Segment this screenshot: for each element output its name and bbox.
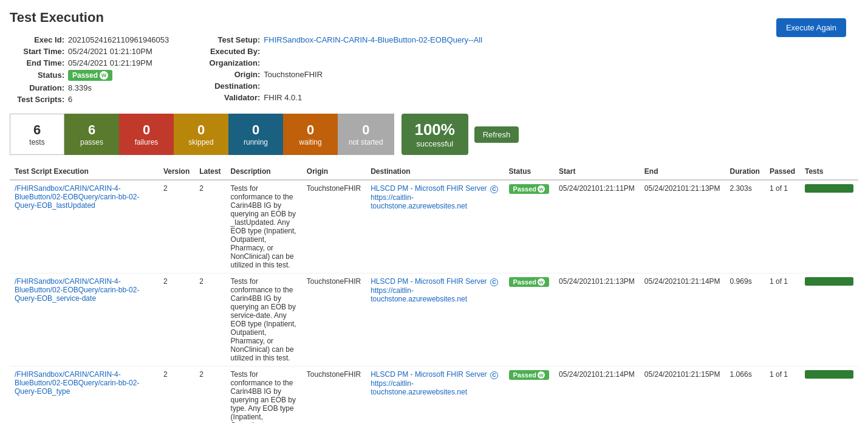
cell-description: Tests for conformance to the Carin4BB IG… — [226, 366, 302, 424]
progress-bar-container — [805, 184, 853, 193]
w-sm-badge: W — [538, 185, 545, 193]
cell-description: Tests for conformance to the Carin4BB IG… — [226, 273, 302, 366]
validator-value: FHIR 4.0.1 — [264, 93, 302, 102]
dest-link[interactable]: HLSCD PM - Microsoft FHIR Server — [371, 370, 487, 379]
col-end: End — [640, 163, 725, 180]
col-status: Status — [504, 163, 555, 180]
page-title: Test Execution — [10, 10, 858, 26]
passes-num: 6 — [88, 122, 95, 138]
col-start: Start — [554, 163, 640, 180]
table-row: /FHIRSandbox/CARIN/CARIN-4-BlueButton/02… — [10, 180, 858, 273]
organization-label: Organization: — [205, 58, 260, 67]
stat-passes: 6 passes — [64, 114, 119, 155]
passes-label: passes — [80, 138, 103, 146]
progress-bar-fill — [805, 277, 853, 286]
end-time-label: End Time: — [10, 58, 64, 67]
cell-script: /FHIRSandbox/CARIN/CARIN-4-BlueButton/02… — [10, 180, 159, 273]
dest-link[interactable]: HLSCD PM - Microsoft FHIR Server — [371, 184, 487, 193]
tests-label: tests — [29, 138, 44, 146]
cell-start: 05/24/202101:21:11PM — [554, 180, 640, 273]
script-link[interactable]: /FHIRSandbox/CARIN/CARIN-4-BlueButton/02… — [15, 184, 139, 210]
dest-url[interactable]: https://caitlin-touchstone.azurewebsites… — [371, 193, 467, 210]
cell-duration: 1.066s — [725, 366, 765, 424]
validator-label: Validator: — [205, 93, 260, 102]
cell-version: 2 — [159, 180, 194, 273]
test-setup-link[interactable]: FHIRSandbox-CARIN-CARIN-4-BlueButton-02-… — [264, 35, 482, 44]
cell-version: 2 — [159, 366, 194, 424]
failures-num: 0 — [143, 122, 150, 138]
cell-status: PassedW — [504, 180, 555, 273]
cell-tests-bar — [800, 180, 858, 273]
cell-latest: 2 — [194, 273, 225, 366]
cell-end: 05/24/202101:21:13PM — [640, 180, 725, 273]
stat-failures: 0 failures — [119, 114, 174, 155]
cell-status: PassedW — [504, 366, 555, 424]
cell-latest: 2 — [194, 180, 225, 273]
col-tests: Tests — [800, 163, 858, 180]
cell-passed: 1 of 1 — [765, 273, 800, 366]
w-sm-badge: W — [538, 371, 545, 379]
skipped-label: skipped — [188, 138, 213, 146]
stats-bar: 6 tests 6 passes 0 failures 0 skipped 0 … — [10, 114, 858, 155]
w-sm-badge: W — [538, 278, 545, 286]
results-table: Test Script Execution Version Latest Des… — [10, 163, 858, 423]
cell-passed: 1 of 1 — [765, 366, 800, 424]
destination-label: Destination: — [205, 81, 260, 91]
cell-status: PassedW — [504, 273, 555, 366]
stat-skipped: 0 skipped — [174, 114, 228, 155]
failures-label: failures — [135, 138, 159, 146]
col-version: Version — [159, 163, 194, 180]
execute-again-button[interactable]: Execute Again — [776, 18, 846, 37]
cell-origin: TouchstoneFHIR — [302, 273, 366, 366]
refresh-button[interactable]: Refresh — [474, 126, 519, 143]
notstarted-num: 0 — [362, 122, 369, 138]
script-link[interactable]: /FHIRSandbox/CARIN/CARIN-4-BlueButton/02… — [15, 277, 139, 303]
waiting-num: 0 — [307, 122, 314, 138]
table-row: /FHIRSandbox/CARIN/CARIN-4-BlueButton/02… — [10, 273, 858, 366]
header-meta: Exec Id: 20210524162110961946053 Start T… — [10, 35, 858, 104]
copyright-icon: C — [490, 371, 498, 379]
cell-end: 05/24/202101:21:15PM — [640, 366, 725, 424]
cell-end: 05/24/202101:21:14PM — [640, 273, 725, 366]
cell-destination: HLSCD PM - Microsoft FHIR Server C https… — [366, 366, 504, 424]
stat-waiting: 0 waiting — [283, 114, 338, 155]
success-pct: 100% — [414, 120, 455, 139]
progress-bar-container — [805, 370, 853, 379]
progress-bar-fill — [805, 184, 853, 193]
end-time-value: 05/24/2021 01:21:19PM — [68, 58, 152, 67]
notstarted-label: not started — [349, 138, 383, 146]
table-row: /FHIRSandbox/CARIN/CARIN-4-BlueButton/02… — [10, 366, 858, 424]
dest-url[interactable]: https://caitlin-touchstone.azurewebsites… — [371, 286, 467, 303]
cell-script: /FHIRSandbox/CARIN/CARIN-4-BlueButton/02… — [10, 366, 159, 424]
copyright-icon: C — [490, 278, 498, 286]
running-label: running — [244, 138, 268, 146]
cell-duration: 0.969s — [725, 273, 765, 366]
progress-bar-fill — [805, 370, 853, 379]
test-scripts-label: Test Scripts: — [10, 95, 64, 104]
col-latest: Latest — [194, 163, 225, 180]
passed-badge: PassedW — [509, 370, 550, 380]
dest-link[interactable]: HLSCD PM - Microsoft FHIR Server — [371, 277, 487, 286]
col-passed: Passed — [765, 163, 800, 180]
passed-badge: PassedW — [509, 277, 550, 287]
executed-by-label: Executed By: — [205, 47, 260, 56]
table-header-row: Test Script Execution Version Latest Des… — [10, 163, 858, 180]
waiting-label: waiting — [299, 138, 321, 146]
cell-start: 05/24/202101:21:13PM — [554, 273, 640, 366]
passed-badge: PassedW — [509, 184, 550, 194]
status-badge: Passed W — [68, 70, 112, 81]
duration-label: Duration: — [10, 83, 64, 92]
copyright-icon: C — [490, 185, 498, 193]
cell-origin: TouchstoneFHIR — [302, 180, 366, 273]
start-time-value: 05/24/2021 01:21:10PM — [68, 47, 152, 56]
exec-id-value: 20210524162110961946053 — [68, 35, 169, 44]
col-destination: Destination — [366, 163, 504, 180]
cell-destination: HLSCD PM - Microsoft FHIR Server C https… — [366, 273, 504, 366]
cell-start: 05/24/202101:21:14PM — [554, 366, 640, 424]
cell-latest: 2 — [194, 366, 225, 424]
cell-description: Tests for conformance to the Carin4BB IG… — [226, 180, 302, 273]
dest-url[interactable]: https://caitlin-touchstone.azurewebsites… — [371, 379, 467, 396]
success-label: successful — [416, 139, 453, 148]
cell-script: /FHIRSandbox/CARIN/CARIN-4-BlueButton/02… — [10, 273, 159, 366]
script-link[interactable]: /FHIRSandbox/CARIN/CARIN-4-BlueButton/02… — [15, 370, 139, 396]
